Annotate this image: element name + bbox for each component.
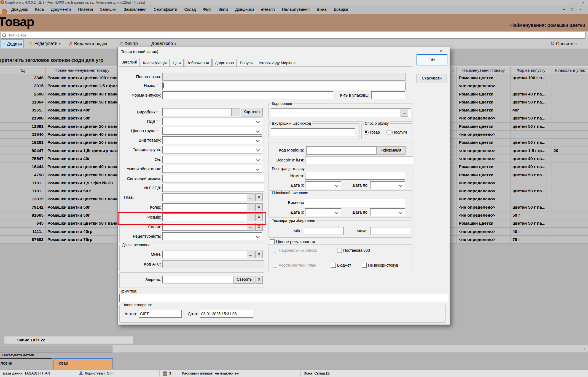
sort-indicator-icon[interactable]: △ bbox=[450, 67, 457, 74]
product-kind-select[interactable] bbox=[162, 136, 262, 144]
table-row[interactable]: Ромашки цветкицветки 50 г па... bbox=[450, 139, 588, 147]
barcode-input[interactable] bbox=[271, 128, 355, 136]
vat-select[interactable] bbox=[162, 118, 262, 125]
column-header-form[interactable]: Форма випуску bbox=[511, 67, 552, 74]
dialog-tab[interactable]: Бонуси bbox=[237, 59, 255, 67]
size-browse-button[interactable]: ... bbox=[247, 213, 254, 221]
mnn-input[interactable] bbox=[162, 251, 248, 258]
table-row[interactable]: Ромашки цветкицветки 50 г па... bbox=[450, 219, 588, 227]
table-row[interactable]: 87683Ромашки цветки 75гр bbox=[0, 236, 118, 244]
mdi-minimize-button[interactable]: – bbox=[563, 7, 565, 11]
main-browse-button[interactable]: ... bbox=[247, 193, 254, 201]
warehouse-input[interactable] bbox=[162, 223, 248, 231]
menu-item[interactable]: Вікна bbox=[313, 5, 330, 14]
size-input[interactable] bbox=[162, 213, 248, 221]
column-header-id[interactable]: ІД bbox=[0, 67, 46, 74]
card-button[interactable]: Карточка bbox=[241, 108, 263, 116]
window-restore-button[interactable]: □ bbox=[575, 1, 577, 5]
dialog-tab[interactable]: Ціни bbox=[170, 59, 184, 67]
horizontal-scrollbar[interactable]: › bbox=[0, 345, 588, 352]
national-list-checkbox[interactable] bbox=[273, 248, 277, 253]
refresh-button[interactable]: ↻Оновити▾ bbox=[549, 39, 578, 48]
menu-item[interactable]: Каса bbox=[31, 5, 47, 14]
table-row[interactable]: 645Ромашки цветки цветки 50 г пачка bbox=[0, 219, 118, 227]
ukt-zed-input[interactable] bbox=[162, 184, 264, 192]
menu-item[interactable]: Звіти bbox=[215, 5, 231, 14]
scrollbar-thumb[interactable] bbox=[0, 346, 112, 353]
mdi-close-button[interactable]: × bbox=[579, 7, 582, 11]
temp-min-input[interactable] bbox=[304, 227, 344, 235]
reg-date-from-select[interactable] bbox=[305, 181, 341, 189]
reg-number-input[interactable] bbox=[305, 172, 405, 180]
budget-checkbox[interactable] bbox=[331, 263, 336, 268]
delete-row-button[interactable]: ✗Видалити рядок bbox=[67, 39, 109, 48]
table-row[interactable]: <не определено> bbox=[450, 195, 588, 203]
column-header-qty[interactable]: Кількість в упак bbox=[552, 67, 588, 74]
full-name-input[interactable] bbox=[162, 73, 406, 81]
table-row[interactable]: <не определено>цветки 50 г па... bbox=[450, 114, 588, 122]
author-input[interactable]: GIFT bbox=[139, 310, 182, 318]
menu-item[interactable]: Філії bbox=[199, 5, 215, 14]
services-radio[interactable] bbox=[386, 130, 391, 135]
table-row[interactable]: Ромашки цветки40г bbox=[450, 106, 588, 114]
light-mode-input[interactable] bbox=[162, 175, 264, 182]
color-clear-button[interactable]: X bbox=[255, 203, 263, 211]
mnn-browse-button[interactable]: ... bbox=[247, 251, 254, 258]
menu-item[interactable]: Залишки bbox=[96, 5, 120, 14]
more-button[interactable]: Додатково▾ bbox=[150, 39, 178, 48]
table-row[interactable]: 2346Ромашки цветки цветки 100 г пачка bbox=[0, 74, 118, 82]
dialog-tab[interactable]: Історія коду Моріона bbox=[256, 59, 298, 67]
table-row[interactable]: 4758Ромашки цветки цветки 50 г пачка bbox=[0, 171, 118, 179]
color-browse-button[interactable]: ... bbox=[247, 203, 254, 211]
verify-button[interactable]: Сверить bbox=[233, 276, 255, 284]
mnn-clear-button[interactable]: X bbox=[255, 251, 263, 258]
show-details-label[interactable]: Показувати деталі bbox=[2, 353, 34, 357]
table-row[interactable]: <не определено>цветки 40 г па... bbox=[450, 155, 588, 163]
morion-code-input[interactable] bbox=[306, 146, 376, 155]
information-button[interactable]: Інформація bbox=[376, 146, 406, 155]
conclusion-input[interactable] bbox=[304, 199, 405, 207]
ok-button[interactable]: Так bbox=[417, 54, 447, 65]
menu-item[interactable]: Довідники bbox=[232, 5, 257, 14]
table-row[interactable]: <не определено>цветки 50 г па... bbox=[450, 187, 588, 195]
scroll-right-icon[interactable]: › bbox=[581, 346, 587, 352]
reg-date-to-select[interactable] bbox=[370, 181, 405, 189]
manufacturer-input[interactable] bbox=[162, 108, 233, 116]
world-name-input[interactable] bbox=[305, 156, 413, 164]
atc-code-input[interactable] bbox=[162, 260, 264, 268]
table-row[interactable]: <не определено>цветки 50 г па... bbox=[450, 203, 588, 211]
table-row[interactable]: 1111..Ромашки цветки 40гр bbox=[0, 228, 118, 236]
dialog-tab[interactable]: Загальні bbox=[119, 58, 139, 67]
menu-item[interactable]: Налаштування bbox=[278, 5, 313, 14]
hyg-date-to-select[interactable] bbox=[370, 208, 405, 216]
column-header-full-name[interactable]: Повне найменування товару bbox=[46, 67, 118, 74]
dialog-tab[interactable]: Класифікація bbox=[140, 59, 170, 67]
goods-radio[interactable] bbox=[364, 130, 369, 135]
form-input[interactable] bbox=[162, 91, 333, 99]
dialog-tab[interactable]: Додатково bbox=[212, 59, 237, 67]
size-clear-button[interactable]: X bbox=[255, 213, 263, 221]
table-row[interactable]: 2608Ромашки цветки цветки 40 г пачка bbox=[0, 90, 118, 98]
table-row[interactable]: <не определено>цветки 1,5 г ф...20 bbox=[450, 147, 588, 155]
menu-item[interactable]: eHealth bbox=[257, 5, 278, 14]
hyg-date-from-select[interactable] bbox=[305, 208, 341, 216]
table-row[interactable]: 21908Ромашки цветки 50г bbox=[0, 114, 118, 122]
storage-conditions-select[interactable] bbox=[162, 165, 262, 173]
assortment-plan-checkbox[interactable] bbox=[273, 263, 277, 268]
table-row[interactable]: 91665Ромашки цветки 50г bbox=[0, 211, 118, 219]
menu-item[interactable]: Довідник bbox=[8, 5, 31, 14]
table-row[interactable]: <не определено> bbox=[450, 82, 588, 90]
note-input[interactable] bbox=[119, 294, 448, 302]
price-group-select[interactable] bbox=[162, 127, 262, 135]
menu-item[interactable]: Склад bbox=[181, 5, 200, 14]
date-input[interactable]: 03.01.2025 15:31:03 bbox=[200, 310, 253, 318]
unit-select[interactable] bbox=[162, 156, 262, 163]
menu-item[interactable]: Довідка bbox=[330, 5, 351, 14]
tab-main[interactable]: ловна bbox=[0, 358, 52, 369]
add-button[interactable]: +Додати bbox=[1, 39, 24, 48]
table-row[interactable]: <не определено>50 г bbox=[450, 211, 588, 219]
qty-per-pack-input[interactable] bbox=[371, 91, 405, 99]
table-row[interactable]: Ромашки цветкицветки 50 г па... bbox=[450, 98, 588, 106]
warehouse-browse-button[interactable]: ... bbox=[247, 223, 254, 231]
table-row[interactable]: 12819Ромашки цветки цветки 50 г пачка bbox=[0, 195, 118, 203]
